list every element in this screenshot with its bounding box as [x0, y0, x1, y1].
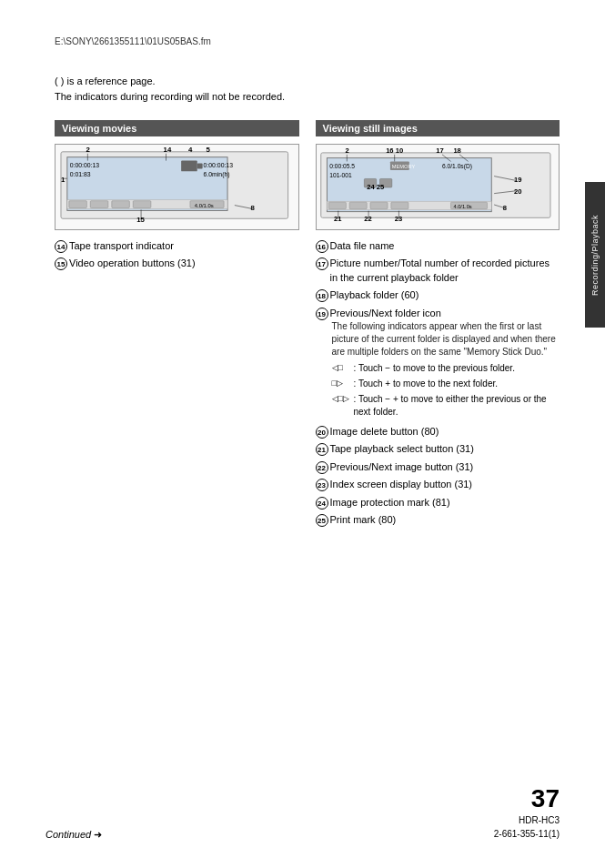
list-item: 23 Index screen display button (31): [316, 478, 560, 491]
list-item: 21 Tape playback select button (31): [316, 442, 560, 456]
svg-text:6.0/1.0s(D): 6.0/1.0s(D): [442, 163, 472, 170]
list-item: 15 Video operation buttons (31): [55, 257, 299, 270]
viewing-movies-header: Viewing movies: [55, 120, 299, 136]
footer: Continued ➜ 37 HDR-HC3 2-661-355-11(1): [0, 784, 605, 841]
prev-folder-icon-desc: ◁□ : Touch − to move to the previous fol…: [332, 362, 515, 375]
viewing-movies-section: Viewing movies 0:00:00:13 0:01:83 0:00:0…: [55, 120, 299, 530]
svg-rect-39: [370, 202, 388, 209]
file-path: E:\SONY\2661355111\01US05BAS.fm: [55, 36, 560, 46]
continued-label: Continued ➜: [45, 829, 102, 841]
svg-rect-37: [328, 202, 346, 209]
list-item: 24 Image protection mark (81): [316, 496, 560, 510]
svg-text:101-001: 101-001: [329, 172, 352, 178]
svg-text:4.0/1.0s: 4.0/1.0s: [195, 203, 214, 208]
svg-text:18: 18: [453, 146, 460, 155]
movie-items-list: 14 Tape transport indicator 15 Video ope…: [55, 239, 299, 271]
list-item: 17 Picture number/Total number of record…: [316, 257, 560, 285]
list-item: 14 Tape transport indicator: [55, 239, 299, 253]
svg-rect-5: [197, 164, 203, 169]
svg-text:8: 8: [251, 204, 256, 212]
svg-text:16 10: 16 10: [386, 146, 403, 155]
svg-rect-40: [390, 202, 408, 209]
intro-text: ( ) is a reference page. The indicators …: [55, 74, 560, 104]
both-folder-icon-desc: ◁□▷ : Touch − + to move to either the pr…: [332, 393, 560, 419]
svg-text:0:01:83: 0:01:83: [70, 171, 91, 177]
viewing-still-header: Viewing still images: [316, 120, 560, 136]
svg-text:4.0/1.0s: 4.0/1.0s: [453, 204, 471, 209]
svg-text:2: 2: [345, 146, 348, 155]
svg-text:0:00:00:13: 0:00:00:13: [70, 162, 100, 168]
page-number: 37: [531, 784, 560, 813]
list-item: 20 Image delete button (80): [316, 425, 560, 439]
svg-text:17: 17: [436, 146, 443, 155]
svg-text:2: 2: [86, 146, 90, 154]
svg-rect-10: [90, 201, 108, 208]
svg-rect-9: [69, 201, 87, 208]
folder-icon-description: The following indicators appear when the…: [332, 320, 560, 358]
svg-text:4: 4: [188, 146, 193, 154]
list-item: 19 Previous/Next folder icon The followi…: [316, 307, 560, 421]
svg-text:1: 1: [61, 176, 66, 184]
svg-rect-12: [133, 201, 151, 208]
still-items-list: 16 Data file name 17 Picture number/Tota…: [316, 239, 560, 527]
list-item: 25 Print mark (80): [316, 513, 560, 527]
model-info: HDR-HC3 2-661-355-11(1): [494, 813, 560, 841]
sidebar-recording-playback: Recording/Playback: [585, 182, 605, 328]
svg-text:14: 14: [164, 146, 172, 154]
list-item: 16 Data file name: [316, 239, 560, 253]
svg-text:0:00:00:13: 0:00:00:13: [204, 162, 234, 168]
list-item: 18 Playback folder (60): [316, 288, 560, 302]
movie-diagram: 0:00:00:13 0:01:83 0:00:00:13 6.0min(h): [55, 144, 299, 230]
svg-text:24 25: 24 25: [367, 183, 385, 191]
svg-text:0:00:05.5: 0:00:05.5: [329, 163, 355, 169]
svg-text:19: 19: [514, 176, 521, 184]
svg-rect-38: [349, 202, 367, 209]
next-folder-icon-desc: □▷ : Touch + to move to the next folder.: [332, 378, 499, 390]
svg-rect-4: [181, 161, 197, 172]
svg-text:5: 5: [207, 146, 211, 154]
svg-text:6.0min(h): 6.0min(h): [204, 171, 230, 178]
svg-text:23: 23: [394, 215, 401, 223]
still-diagram: 0:00:05.5 101-001 MEMORY 6.0/1.0s(D): [316, 144, 560, 230]
svg-text:20: 20: [514, 187, 521, 196]
svg-rect-11: [112, 201, 130, 208]
both-folder-icon: ◁□▷: [332, 393, 350, 405]
svg-text:MEMORY: MEMORY: [391, 164, 415, 169]
viewing-still-section: Viewing still images 0:00:05.5 101-001 M…: [316, 120, 560, 530]
prev-folder-icon: ◁□: [332, 362, 350, 374]
svg-text:22: 22: [364, 215, 371, 223]
next-folder-icon: □▷: [332, 378, 350, 389]
list-item: 22 Previous/Next image button (31): [316, 460, 560, 474]
